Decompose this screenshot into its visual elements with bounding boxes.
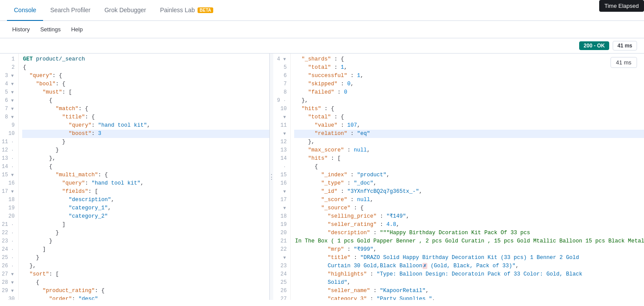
line-num: 11 ▼: [273, 121, 290, 138]
line-num: 6: [273, 72, 290, 80]
code-line: "category_2": [22, 212, 269, 221]
editor-pane[interactable]: 1 2 3 ▼ 4 ▼ 5 ▼ 6 ▼ 7 ▼ 8 ▼ 9 10 11 · 12…: [0, 54, 270, 300]
line-num: 21 ·: [0, 221, 18, 229]
code-line: {: [22, 97, 269, 105]
line-num: 15 ▼: [0, 171, 18, 179]
line-num: 3 ▼: [0, 72, 18, 80]
result-line-numbers: 4 ▼ 5 6 7 8 9 · 10 ▼ 11 ▼ 12 13 14 · 15 …: [273, 54, 291, 300]
top-nav: Console Search Profiler Grok Debugger Pa…: [0, 0, 644, 21]
line-num: 25 ·: [0, 254, 18, 262]
result-line: "seller_name" : "KapoorRetail",: [294, 287, 644, 295]
line-num: 5 ▼: [0, 88, 18, 97]
result-line: "selling_price" : "₹149",: [294, 212, 644, 221]
result-pane[interactable]: 41 ms 4 ▼ 5 6 7 8 9 · 10 ▼ 11 ▼ 12 13 14…: [273, 54, 644, 300]
status-bar: 200 - OK 41 ms: [0, 38, 644, 54]
line-num: 16 ▼: [273, 179, 290, 196]
line-num: 26 ·: [0, 262, 18, 270]
line-num: 26: [273, 287, 290, 295]
tab-search-profiler[interactable]: Search Profiler: [43, 0, 97, 21]
line-num: 19: [273, 221, 290, 229]
line-num: 30: [0, 295, 18, 300]
code-line: }: [22, 146, 269, 155]
pane-divider[interactable]: ⋮: [270, 54, 273, 300]
code-line: }: [22, 138, 269, 146]
nav-settings[interactable]: Settings: [35, 21, 66, 38]
editor-code-area: 1 2 3 ▼ 4 ▼ 5 ▼ 6 ▼ 7 ▼ 8 ▼ 9 10 11 · 12…: [0, 54, 269, 300]
code-line: ]: [22, 221, 269, 229]
code-line: "query": "hand tool kit",: [22, 121, 269, 130]
line-num: 17 ▼: [0, 188, 18, 196]
line-num: 19: [0, 204, 18, 212]
line-num: 22 ▼: [273, 245, 290, 262]
line-num: 6 ▼: [0, 97, 18, 105]
code-line: "fields": [: [22, 188, 269, 196]
line-num: 20: [0, 212, 18, 221]
line-num: 9: [0, 121, 18, 130]
code-line: "category_1",: [22, 204, 269, 212]
line-num: 17 ▼: [273, 196, 290, 212]
tab-painless-lab[interactable]: Painless Lab BETA: [153, 0, 221, 21]
result-line: "_type" : "_doc",: [294, 179, 644, 188]
result-code-content: "_shards" : { "total" : 1, "successful" …: [291, 54, 644, 300]
line-num: 4 ▼: [273, 55, 290, 64]
result-line: "seller_rating" : 4.8,: [294, 221, 644, 229]
result-code-area: 4 ▼ 5 6 7 8 9 · 10 ▼ 11 ▼ 12 13 14 · 15 …: [273, 54, 644, 300]
beta-badge: BETA: [198, 7, 213, 13]
tab-console[interactable]: Console: [7, 0, 43, 21]
result-line: "skipped" : 0,: [294, 80, 644, 88]
result-line: "hits" : {: [294, 105, 644, 113]
code-line: "order": "desc": [22, 295, 269, 300]
line-num: 14 ·: [0, 163, 18, 171]
nav-history[interactable]: History: [7, 21, 35, 38]
nav-help[interactable]: Help: [66, 21, 88, 38]
result-line: },: [294, 138, 644, 146]
line-num: 1: [0, 55, 18, 64]
line-num: 10: [0, 130, 18, 138]
code-line: }: [22, 229, 269, 237]
line-num: 12 ·: [0, 146, 18, 155]
code-line: GET product/_search: [22, 55, 269, 64]
editor-code-content: GET product/_search { "query": { "bool":…: [19, 54, 269, 300]
line-num: 27 ▼: [0, 270, 18, 279]
line-num: 12: [273, 138, 290, 146]
line-num: 29 ▼: [0, 287, 18, 295]
line-num: 8: [273, 88, 290, 97]
line-num: 13 ·: [0, 155, 18, 163]
line-num: 5: [273, 64, 290, 72]
line-num: 18: [0, 196, 18, 204]
result-line: "description" : """Happy Birthday Dcorat…: [294, 229, 644, 237]
code-line: "product_rating": {: [22, 287, 269, 295]
result-line: "successful" : 1,: [294, 72, 644, 80]
secondary-nav: History Settings Help: [0, 21, 644, 38]
code-line: "query": {: [22, 72, 269, 80]
line-num: 16: [0, 179, 18, 188]
result-line: "total" : {: [294, 113, 644, 121]
tab-grok-debugger[interactable]: Grok Debugger: [97, 0, 153, 21]
editor-line-numbers: 1 2 3 ▼ 4 ▼ 5 ▼ 6 ▼ 7 ▼ 8 ▼ 9 10 11 · 12…: [0, 54, 19, 300]
code-line: }: [22, 254, 269, 262]
code-line: {: [22, 163, 269, 171]
code-line: "multi_match": {: [22, 171, 269, 179]
line-num: 7 ▼: [0, 105, 18, 113]
code-line: "sort": [: [22, 270, 269, 279]
line-num: 15: [273, 171, 290, 179]
code-line: "description",: [22, 196, 269, 204]
line-num: 20: [273, 229, 290, 237]
result-line: "hits" : [: [294, 155, 644, 163]
result-line: "title" : "DRAZO Solid Happy Birthday De…: [294, 254, 644, 270]
line-num: 4 ▼: [0, 80, 18, 88]
code-line: "title": {: [22, 113, 269, 121]
code-line: {: [22, 279, 269, 287]
code-line: },: [22, 155, 269, 163]
line-num: 7: [273, 80, 290, 88]
line-num: 8 ▼: [0, 113, 18, 121]
line-num: 21: [273, 237, 290, 245]
line-num: 24: [273, 270, 290, 279]
result-line: In The Box ( 1 pcs Gold Papper Benner , …: [294, 237, 644, 245]
result-line: "failed" : 0: [294, 88, 644, 97]
time-elapsed-tooltip: Time Elapsed: [599, 0, 644, 12]
code-line: "bool": {: [22, 80, 269, 88]
code-line: {: [22, 64, 269, 72]
status-code: 200 - OK: [579, 41, 609, 50]
line-num: 28 ▼: [0, 279, 18, 287]
